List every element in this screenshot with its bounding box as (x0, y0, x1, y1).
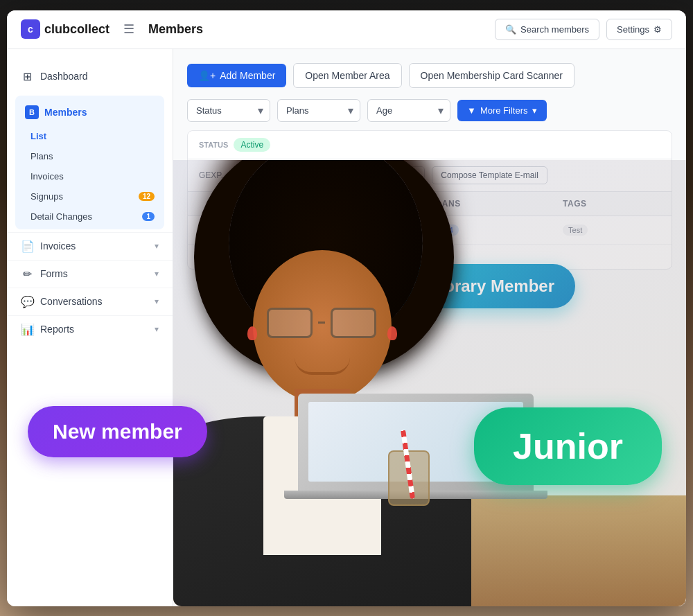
row-tags: Test (552, 215, 672, 244)
settings-icon: ⚙ (653, 24, 662, 35)
forms-icon: ✏ (21, 267, 33, 281)
glass-jar (388, 450, 430, 506)
filter-icon: ▼ (467, 105, 476, 116)
show-more[interactable]: Show more... (188, 245, 672, 269)
sidebar-dashboard-section: ⊞ Dashboard (7, 60, 173, 93)
glasses-bridge (318, 322, 325, 324)
sidebar-item-signups[interactable]: Signups 12 (21, 186, 164, 206)
nav-actions: 🔍 Search members Settings ⚙ (495, 19, 672, 40)
bulk-actions-bar: GEXP... Assign Tags Compose Free Form E-… (188, 159, 672, 192)
status-active-chip[interactable]: Active (234, 138, 270, 152)
sidebar-item-reports[interactable]: 📊 Reports ▾ (7, 315, 173, 343)
age-filter-wrapper: Age (367, 99, 450, 122)
glasses-right (331, 308, 376, 338)
more-filters-button[interactable]: ▼ More Filters ▾ (457, 100, 547, 121)
col-plans: PLANS (419, 192, 552, 216)
conversations-icon: 💬 (21, 295, 33, 308)
assign-tags-button[interactable]: Assign Tags (235, 166, 297, 184)
more-filters-label: More Filters (480, 105, 528, 116)
table-row[interactable]: ...van S... 2024 Test (188, 215, 672, 244)
dashboard-icon: ⊞ (21, 70, 33, 83)
straw (401, 429, 415, 498)
settings-label: Settings (617, 24, 649, 35)
sidebar-item-plans[interactable]: Plans (21, 146, 164, 166)
members-section: B Members List Plans Invoices (15, 96, 164, 229)
assign-tags-label: Assign Tags (244, 170, 288, 180)
members-table: NAME PLANS TAGS ...van (188, 192, 672, 245)
col-name: NAME (267, 192, 419, 216)
main-body: ⊞ Dashboard B Members List (7, 49, 686, 606)
compose-template-label: Compose Template E-mail (441, 170, 538, 180)
table-header-row: NAME PLANS TAGS (188, 192, 672, 216)
content-inner: 👤+ Add Member Open Member Area Open Memb… (173, 49, 686, 283)
settings-button[interactable]: Settings ⚙ (606, 19, 672, 40)
filters-bar: Status Plans Age (187, 99, 672, 122)
invoices-expand-arrow: ▾ (155, 241, 159, 251)
earring-right (387, 326, 397, 340)
sidebar-item-members[interactable]: B Members (15, 98, 164, 126)
member-tag-test: Test (563, 225, 588, 236)
sidebar-item-dashboard[interactable]: ⊞ Dashboard (7, 63, 173, 90)
hamburger-button[interactable]: ☰ (121, 19, 137, 39)
earring-left (247, 326, 257, 340)
sidebar-item-conversations[interactable]: 💬 Conversations ▾ (7, 288, 173, 315)
logo-icon: c (21, 19, 40, 39)
open-member-area-button[interactable]: Open Member Area (293, 63, 401, 88)
laptop (284, 394, 547, 499)
add-member-icon: 👤+ (198, 70, 216, 81)
smile (295, 358, 350, 375)
forms-label: Forms (40, 268, 68, 279)
member-checkbox[interactable] (199, 225, 208, 234)
reports-expand-arrow: ▾ (155, 324, 159, 334)
status-label: STATUS (199, 141, 228, 149)
compose-free-form-label: Compose Free Form E-mail (313, 170, 416, 180)
reports-icon: 📊 (21, 323, 33, 336)
top-nav: c clubcollect ☰ Members 🔍 Search members… (7, 10, 686, 49)
row-checkbox[interactable] (188, 215, 267, 244)
export-text: GEXP... (199, 170, 228, 180)
conversations-label: Conversations (40, 296, 103, 307)
add-member-button[interactable]: 👤+ Add Member (187, 64, 286, 87)
age-filter[interactable]: Age (367, 99, 450, 122)
compose-template-button[interactable]: Compose Template E-mail (432, 166, 547, 184)
compose-free-form-button[interactable]: Compose Free Form E-mail (304, 166, 425, 184)
sidebar-item-detail-changes[interactable]: Detail Changes 1 (21, 206, 164, 227)
open-member-area-label: Open Member Area (305, 70, 389, 81)
invoices-label: Invoices (30, 171, 64, 182)
search-icon: 🔍 (505, 24, 516, 35)
row-name: ...van S... (267, 215, 419, 244)
sidebar-item-forms[interactable]: ✏ Forms ▾ (7, 260, 173, 288)
reports-label: Reports (40, 324, 74, 335)
signups-badge: 12 (139, 192, 155, 201)
sidebar: ⊞ Dashboard B Members List (7, 49, 173, 606)
plans-filter[interactable]: Plans (277, 99, 360, 122)
action-bar: 👤+ Add Member Open Member Area Open Memb… (187, 63, 672, 88)
jacket (173, 416, 471, 606)
logo: c clubcollect (21, 19, 109, 39)
col-tags: TAGS (552, 192, 672, 216)
signups-label: Signups (30, 191, 63, 202)
status-filter-wrapper: Status (187, 99, 270, 122)
sidebar-item-invoices-main[interactable]: 📄 Invoices ▾ (7, 232, 173, 260)
status-bar: STATUS Active (188, 131, 672, 159)
detail-changes-label: Detail Changes (30, 211, 92, 222)
laptop-base (284, 491, 547, 499)
detail-changes-badge: 1 (142, 212, 155, 221)
members-icon: B (25, 105, 39, 119)
forms-expand-arrow: ▾ (155, 269, 159, 279)
search-members-button[interactable]: 🔍 Search members (495, 19, 599, 40)
status-filter[interactable]: Status (187, 99, 270, 122)
sidebar-item-invoices[interactable]: Invoices (21, 166, 164, 186)
open-scanner-button[interactable]: Open Membership Card Scanner (409, 63, 574, 88)
logo-text: clubcollect (44, 22, 109, 37)
plans-filter-wrapper: Plans (277, 99, 360, 122)
invoices-icon: 📄 (21, 240, 33, 253)
sidebar-dashboard-label: Dashboard (40, 71, 88, 82)
members-table-container: STATUS Active GEXP... Assign Tags Co (187, 130, 672, 270)
search-members-label: Search members (520, 24, 589, 35)
sidebar-item-list[interactable]: List (21, 126, 164, 146)
list-label: List (30, 131, 46, 141)
plan-tag: 2024 (430, 225, 458, 236)
open-scanner-label: Open Membership Card Scanner (421, 70, 563, 81)
neck (295, 389, 350, 430)
